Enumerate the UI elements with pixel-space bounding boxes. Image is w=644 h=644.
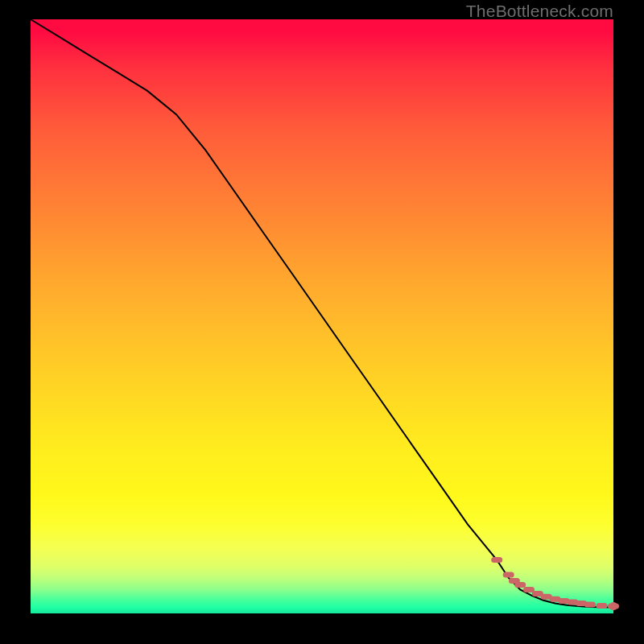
chart-stage: TheBottleneck.com <box>0 0 644 644</box>
marker-dash <box>491 557 502 563</box>
marker-end-point <box>609 602 617 610</box>
watermark-text: TheBottleneck.com <box>466 2 613 21</box>
plot-overlay-svg <box>31 19 613 613</box>
marker-dash <box>514 582 526 588</box>
marker-dash <box>503 572 514 578</box>
bottleneck-curve <box>31 19 613 608</box>
marker-dash <box>597 603 608 609</box>
marker-dash <box>584 601 596 607</box>
flat-region-markers <box>491 557 619 610</box>
marker-dash <box>523 587 535 592</box>
